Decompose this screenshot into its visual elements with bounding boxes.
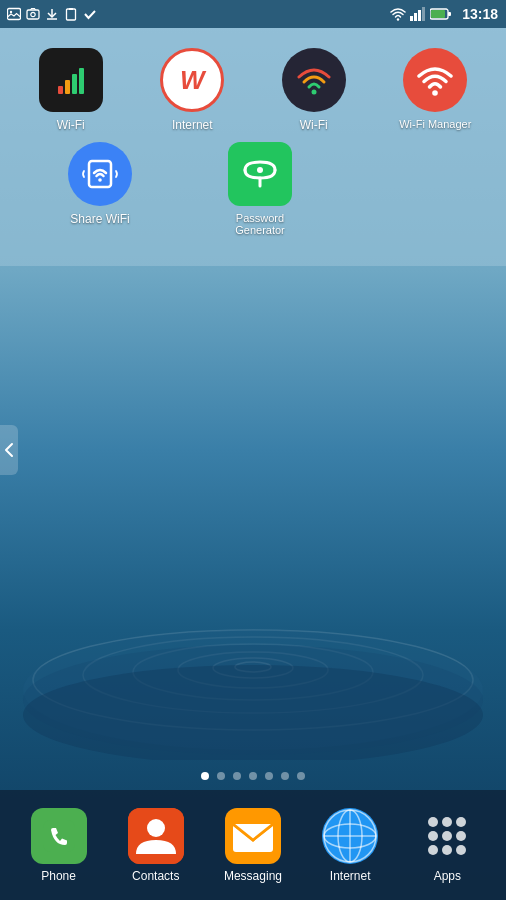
svg-rect-23 <box>448 12 451 16</box>
page-dot-5[interactable] <box>265 772 273 780</box>
app-wifi-circle[interactable]: Wi-Fi <box>264 48 364 132</box>
messaging-icon <box>225 808 281 864</box>
ripple-decoration <box>13 480 493 760</box>
battery-icon <box>430 7 452 21</box>
dock-contacts[interactable]: Contacts <box>116 808 196 883</box>
svg-rect-31 <box>43 820 75 852</box>
svg-point-44 <box>442 817 452 827</box>
page-dot-7[interactable] <box>297 772 305 780</box>
password-gen-icon <box>228 142 292 206</box>
contacts-label: Contacts <box>132 869 179 883</box>
clipboard-icon <box>63 6 79 22</box>
page-dot-6[interactable] <box>281 772 289 780</box>
svg-point-28 <box>98 178 102 182</box>
app-wifi-analyzer[interactable]: Wi-Fi <box>21 48 121 132</box>
page-indicators <box>0 772 506 780</box>
app-internet[interactable]: W Internet <box>142 48 242 132</box>
internet-icon: W <box>160 48 224 112</box>
download-icon <box>44 6 60 22</box>
wifi-circle-icon <box>282 48 346 112</box>
password-gen-label: Password Generator <box>210 212 310 236</box>
svg-point-43 <box>428 817 438 827</box>
svg-point-51 <box>456 845 466 855</box>
app-wifi-manager[interactable]: Wi-Fi Manager <box>385 48 485 132</box>
svg-rect-21 <box>422 7 425 21</box>
svg-rect-11 <box>27 10 39 19</box>
app-row-1: Wi-Fi W Internet Wi-Fi <box>10 48 496 132</box>
status-left-icons <box>6 6 98 22</box>
app-share-wifi[interactable]: Share WiFi <box>50 142 150 236</box>
page-dot-2[interactable] <box>217 772 225 780</box>
apps-label: Apps <box>434 869 461 883</box>
wifi-status-icon <box>390 7 406 21</box>
svg-rect-9 <box>8 9 21 20</box>
phone-icon <box>31 808 87 864</box>
page-dot-1[interactable] <box>201 772 209 780</box>
svg-rect-16 <box>69 8 73 10</box>
svg-point-45 <box>456 817 466 827</box>
page-dot-3[interactable] <box>233 772 241 780</box>
check-icon <box>82 6 98 22</box>
svg-point-29 <box>257 167 263 173</box>
svg-point-47 <box>442 831 452 841</box>
phone-label: Phone <box>41 869 76 883</box>
wifi-analyzer-icon <box>39 48 103 112</box>
svg-point-50 <box>442 845 452 855</box>
svg-point-10 <box>10 11 12 13</box>
dock: Phone Contacts Messaging <box>0 790 506 900</box>
svg-rect-18 <box>410 16 413 21</box>
svg-point-33 <box>147 819 165 837</box>
camera-icon <box>25 6 41 22</box>
wifi-manager-label: Wi-Fi Manager <box>399 118 471 130</box>
wifi-circle-label: Wi-Fi <box>300 118 328 132</box>
internet-dock-icon <box>322 808 378 864</box>
internet-dock-label: Internet <box>330 869 371 883</box>
svg-point-46 <box>428 831 438 841</box>
signal-icon <box>410 7 426 21</box>
apps-icon <box>419 808 475 864</box>
svg-point-49 <box>428 845 438 855</box>
status-right-icons: 13:18 <box>390 6 498 22</box>
status-bar: 13:18 <box>0 0 506 28</box>
svg-rect-20 <box>418 10 421 21</box>
dock-internet[interactable]: Internet <box>310 808 390 883</box>
svg-point-17 <box>397 18 399 20</box>
image-icon <box>6 6 22 22</box>
svg-point-26 <box>432 90 438 96</box>
w-letter: W <box>180 65 205 96</box>
app-password-gen[interactable]: Password Generator <box>210 142 310 236</box>
dock-apps[interactable]: Apps <box>407 808 487 883</box>
svg-point-12 <box>31 12 35 16</box>
svg-rect-15 <box>67 9 76 20</box>
share-wifi-icon <box>68 142 132 206</box>
messaging-label: Messaging <box>224 869 282 883</box>
svg-rect-19 <box>414 13 417 21</box>
svg-point-48 <box>456 831 466 841</box>
wifi-analyzer-label: Wi-Fi <box>57 118 85 132</box>
share-wifi-label: Share WiFi <box>70 212 129 226</box>
page-dot-4[interactable] <box>249 772 257 780</box>
left-arrow[interactable] <box>0 425 18 475</box>
svg-rect-24 <box>431 10 445 18</box>
dock-phone[interactable]: Phone <box>19 808 99 883</box>
wifi-manager-icon <box>403 48 467 112</box>
contacts-icon <box>128 808 184 864</box>
app-row-2: Share WiFi Password Generator <box>10 142 496 236</box>
internet-label: Internet <box>172 118 213 132</box>
dock-messaging[interactable]: Messaging <box>213 808 293 883</box>
svg-point-25 <box>311 90 316 95</box>
app-folder: Wi-Fi W Internet Wi-Fi <box>0 28 506 266</box>
status-time: 13:18 <box>462 6 498 22</box>
